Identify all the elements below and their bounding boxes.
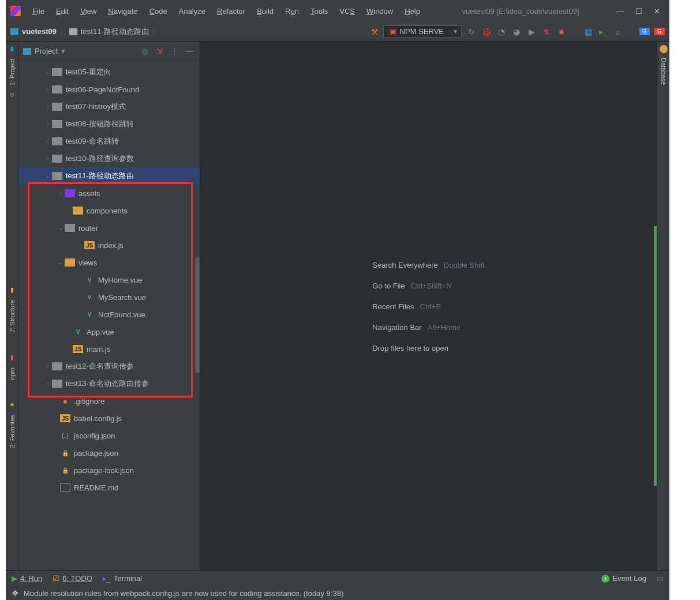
run-icon[interactable]: ▶ xyxy=(526,27,537,36)
menu-analyze[interactable]: Analyze xyxy=(174,5,210,18)
chevron-right-icon[interactable]: › xyxy=(44,104,52,110)
translate-g-icon[interactable]: G xyxy=(639,28,650,35)
tree-node-main.js[interactable]: JSmain.js xyxy=(18,340,200,358)
run-config-dropdown[interactable]: ▣ NPM SERVE xyxy=(383,25,462,38)
menu-window[interactable]: Window xyxy=(362,5,398,18)
debug-icon[interactable]: 🐞 xyxy=(481,27,492,36)
database-icon[interactable] xyxy=(660,45,668,53)
reload-icon[interactable]: ↻ xyxy=(466,27,477,36)
tree-node-App.vue[interactable]: VApp.vue xyxy=(18,323,200,340)
tree-node-test06-PageNotFound[interactable]: ›test06-PageNotFound xyxy=(18,81,200,98)
tree-node-test07-histroy模式[interactable]: ›test07-histroy模式 xyxy=(18,98,200,115)
tree-node-jsconfig.json[interactable]: {..}jsconfig.json xyxy=(18,427,200,444)
chevron-right-icon[interactable]: › xyxy=(44,87,52,92)
tree-label: package-lock.json xyxy=(74,466,134,475)
minimize-icon[interactable]: — xyxy=(616,7,624,16)
status-message: Module resolution rules from webpack.con… xyxy=(24,589,343,598)
project-tree[interactable]: ›test05-重定向›test06-PageNotFound›test07-h… xyxy=(18,61,200,570)
chevron-down-icon[interactable]: ⌄ xyxy=(44,173,52,179)
tree-node-test13-命名动态路由传参[interactable]: ›test13-命名动态路由传参 xyxy=(18,375,200,392)
maximize-icon[interactable]: ☐ xyxy=(635,7,642,16)
tree-node-package-lock.json[interactable]: 🔒package-lock.json xyxy=(18,462,200,479)
tree-node-MySearch.vue[interactable]: VMySearch.vue xyxy=(18,288,200,306)
terminal-tool[interactable]: ▸_Terminal xyxy=(103,574,142,583)
tree-node-index.js[interactable]: JSindex.js xyxy=(18,237,200,254)
menu-edit[interactable]: Edit xyxy=(51,5,73,18)
tree-node-views[interactable]: ⌄views xyxy=(18,254,200,271)
layers-icon[interactable]: ❖ xyxy=(12,588,19,598)
tree-node-components[interactable]: components xyxy=(18,202,200,219)
collapse-icon[interactable]: ⇲ xyxy=(154,47,165,55)
breadcrumb-sub[interactable]: test11-路径动态路由 xyxy=(81,27,149,37)
chevron-down-icon[interactable]: ⌄ xyxy=(57,225,65,231)
structure-rail-icon[interactable]: ▮ xyxy=(8,286,16,294)
breadcrumb-root[interactable]: vuetest09 xyxy=(22,27,57,36)
chevron-right-icon[interactable]: › xyxy=(44,69,52,75)
tree-node-test10-路径查询参数[interactable]: ›test10-路径查询参数 xyxy=(18,150,200,167)
sidebar-title[interactable]: Project xyxy=(35,47,58,55)
chevron-down-icon[interactable]: ▾ xyxy=(61,47,65,55)
event-log[interactable]: 1Event Log xyxy=(601,574,646,583)
rail-project[interactable]: 1: Project xyxy=(9,57,16,88)
chevron-right-icon[interactable]: › xyxy=(44,138,52,144)
menu-refactor[interactable]: Refactor xyxy=(212,5,250,18)
menu-build[interactable]: Build xyxy=(252,5,278,18)
chevron-right-icon[interactable]: › xyxy=(57,190,65,196)
chevron-right-icon[interactable]: › xyxy=(44,121,52,127)
tree-node-assets[interactable]: ›assets xyxy=(18,185,200,202)
tree-node-test11-路径动态路由[interactable]: ⌄test11-路径动态路由 xyxy=(18,167,200,185)
menu-vcs[interactable]: VCS xyxy=(335,5,360,18)
run-tool[interactable]: ▶4: Run xyxy=(12,574,42,583)
scrollbar-thumb[interactable] xyxy=(195,257,200,373)
tree-node-.gitignore[interactable]: ◆.gitignore xyxy=(18,392,200,410)
search-icon[interactable]: ⌕ xyxy=(613,27,623,36)
terminal-icon[interactable]: ▸_ xyxy=(598,27,608,36)
close-icon[interactable]: ✕ xyxy=(654,7,660,16)
chevron-right-icon[interactable]: › xyxy=(44,156,52,162)
tree-node-test09-命名跳转[interactable]: ›test09-命名跳转 xyxy=(18,133,200,150)
chevron-down-icon[interactable]: ⌄ xyxy=(57,260,65,265)
tree-node-README.md[interactable]: README.md xyxy=(18,479,200,496)
event-log-icon[interactable]: ▭ xyxy=(657,574,664,583)
tree-node-babel.config.js[interactable]: JSbabel.config.js xyxy=(18,410,200,427)
attach-icon[interactable]: ↯ xyxy=(541,27,552,36)
todo-tool[interactable]: ☑6: TODO xyxy=(53,574,92,583)
tree-node-router[interactable]: ⌄router xyxy=(18,219,200,237)
menu-view[interactable]: View xyxy=(76,5,101,18)
build-icon[interactable]: ⚒ xyxy=(371,27,379,36)
tree-label: .gitignore xyxy=(74,397,104,406)
rail-structure[interactable]: 7: Structure xyxy=(9,298,16,335)
menu-code[interactable]: Code xyxy=(145,5,172,18)
coverage-icon[interactable]: ◔ xyxy=(496,27,507,36)
tree-node-package.json[interactable]: 🔒package.json xyxy=(18,444,200,462)
web-rail-icon[interactable]: ⊕ xyxy=(8,91,16,99)
menu-navigate[interactable]: Navigate xyxy=(103,5,142,18)
tree-label: router xyxy=(78,224,98,232)
tree-label: test07-histroy模式 xyxy=(66,102,126,112)
chevron-right-icon[interactable]: › xyxy=(44,381,52,387)
project-rail-icon[interactable]: ▮ xyxy=(8,45,16,53)
editor-area[interactable]: Search EverywhereDouble ShiftGo to FileC… xyxy=(200,42,657,570)
settings-icon[interactable]: ⋮ xyxy=(169,47,180,55)
target-icon[interactable]: ◎ xyxy=(138,47,150,55)
tree-node-MyHome.vue[interactable]: VMyHome.vue xyxy=(18,271,200,288)
chevron-right-icon[interactable]: › xyxy=(44,363,52,369)
rail-database[interactable]: Database xyxy=(660,55,667,87)
menu-file[interactable]: File xyxy=(28,5,49,18)
grid-icon[interactable]: ▦ xyxy=(583,27,593,36)
menu-run[interactable]: Run xyxy=(280,5,304,18)
rail-npm[interactable]: npm xyxy=(9,365,16,382)
menu-help[interactable]: Help xyxy=(400,5,425,18)
tree-node-test08-按钮路径跳转[interactable]: ›test08-按钮路径跳转 xyxy=(18,115,200,133)
stop-icon[interactable]: ■ xyxy=(556,27,567,36)
rail-favorites[interactable]: 2: Favorites xyxy=(9,412,16,450)
hide-icon[interactable]: — xyxy=(184,47,195,55)
tree-node-test05-重定向[interactable]: ›test05-重定向 xyxy=(18,63,200,81)
translate-g2-icon[interactable]: G xyxy=(654,28,665,35)
tree-node-NotFound.vue[interactable]: VNotFound.vue xyxy=(18,306,200,323)
fav-rail-icon[interactable]: ★ xyxy=(8,401,16,409)
menu-tools[interactable]: Tools xyxy=(306,5,332,18)
tree-node-test12-命名查询传参[interactable]: ›test12-命名查询传参 xyxy=(18,358,200,375)
profile-icon[interactable]: ◕ xyxy=(511,27,522,36)
npm-rail-icon[interactable]: ▮ xyxy=(8,354,16,362)
